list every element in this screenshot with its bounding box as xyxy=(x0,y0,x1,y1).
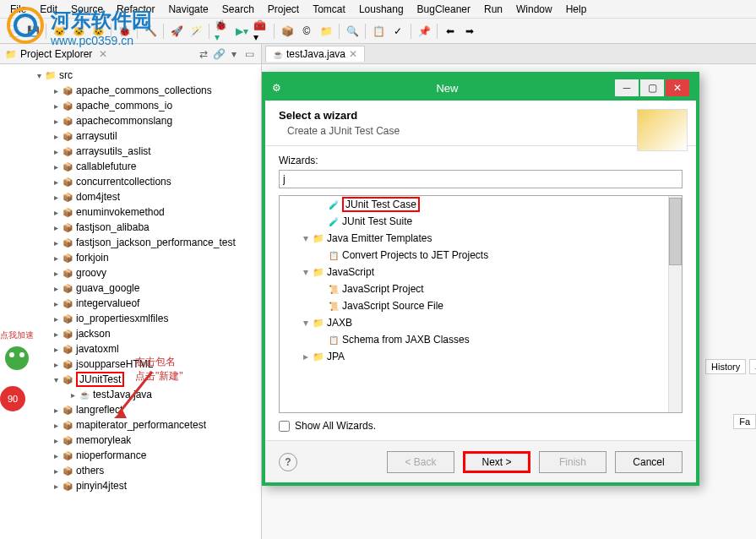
wizard-item-javascript[interactable]: ▾JavaScript xyxy=(280,264,682,280)
wand-icon[interactable]: 🪄 xyxy=(188,23,204,40)
save-icon[interactable]: 💾 xyxy=(24,23,41,40)
menu-project[interactable]: Project xyxy=(261,2,306,17)
wizard-item-jpa[interactable]: ▸JPA xyxy=(280,348,682,365)
ext-tools-icon[interactable]: 🧰▾ xyxy=(253,23,269,40)
tree-package-guava_google[interactable]: ▸guava_google xyxy=(0,280,261,296)
menu-search[interactable]: Search xyxy=(215,2,261,17)
maximize-button[interactable]: ▢ xyxy=(640,79,664,96)
forward-icon[interactable]: ➡ xyxy=(461,23,478,40)
tree-package-jsoupparseHTML[interactable]: ▸jsoupparseHTML xyxy=(0,357,261,372)
close-view-icon[interactable]: ✕ xyxy=(99,48,107,60)
new-folder-icon[interactable]: 📁 xyxy=(318,23,334,40)
tomcat-start-icon[interactable]: 🐱 xyxy=(51,23,68,40)
tree-package-memoryleak[interactable]: ▸memoryleak xyxy=(0,433,261,448)
tree-package-integervalueof[interactable]: ▸integervalueof xyxy=(0,296,261,311)
menu-loushang[interactable]: Loushang xyxy=(352,2,411,17)
tree-package-groovy[interactable]: ▸groovy xyxy=(0,265,261,280)
tree-java-file[interactable]: ▸testJava.java xyxy=(0,387,261,402)
tree-package-JUnitTest[interactable]: ▾JUnitTest xyxy=(0,372,261,387)
tree-package-mapiterator_performancetest[interactable]: ▸mapiterator_performancetest xyxy=(0,417,261,433)
tomcat-restart-icon[interactable]: 🐱 xyxy=(90,23,106,40)
minimize-icon[interactable]: ▭ xyxy=(242,47,256,61)
tree-package-forkjoin[interactable]: ▸forkjoin xyxy=(0,250,261,265)
search-icon[interactable]: 🔍 xyxy=(344,23,361,40)
collapse-all-icon[interactable]: ⇄ xyxy=(197,47,210,61)
tree-package-apache_commons_collections[interactable]: ▸apache_commons_collections xyxy=(0,83,261,98)
tomcat-stop-icon[interactable]: 🐱 xyxy=(70,23,87,40)
wizard-item-schema-from-jaxb-classes[interactable]: Schema from JAXB Classes xyxy=(280,331,682,348)
toolbar: 📄 💾 🐱 🐱 🐱 🐞 🔨 🚀 🪄 🐞▾ ▶▾ 🧰▾ 📦 © 📁 🔍 📋 ✓ 📌… xyxy=(0,19,756,44)
wizard-filter-input[interactable] xyxy=(279,170,683,188)
menu-file[interactable]: File xyxy=(3,2,33,17)
tree-package-arraysutil[interactable]: ▸arraysutil xyxy=(0,128,261,144)
menu-run[interactable]: Run xyxy=(477,2,509,17)
wizard-item-junit-test-case[interactable]: JUnit Test Case xyxy=(280,196,682,213)
dialog-title: New xyxy=(281,82,613,95)
back-icon[interactable]: ⬅ xyxy=(442,23,459,40)
debug-icon[interactable]: 🐞 xyxy=(116,23,133,40)
project-tree[interactable]: ▾src▸apache_commons_collections▸apache_c… xyxy=(0,64,261,539)
task-icon[interactable]: ✓ xyxy=(389,23,406,40)
tree-package-jackson[interactable]: ▸jackson xyxy=(0,326,261,341)
rocket-icon[interactable]: 🚀 xyxy=(168,23,185,40)
menu-source[interactable]: Source xyxy=(64,2,110,17)
tree-package-apachecommonslang[interactable]: ▸apachecommonslang xyxy=(0,113,261,128)
scrollbar[interactable] xyxy=(668,196,682,412)
wizard-tree[interactable]: JUnit Test CaseJUnit Test Suite▾Java Emi… xyxy=(279,195,683,413)
new-class-icon[interactable]: © xyxy=(298,23,315,40)
build-icon[interactable]: 🔨 xyxy=(142,23,159,40)
minimize-button[interactable]: ─ xyxy=(615,79,639,96)
right-side-tabs: History JU xyxy=(705,359,756,374)
wizard-item-jaxb[interactable]: ▾JAXB xyxy=(280,314,682,331)
editor-tab[interactable]: testJava.java ✕ xyxy=(265,46,365,62)
tree-package-dom4jtest[interactable]: ▸dom4jtest xyxy=(0,189,261,204)
tree-package-fastjson_alibaba[interactable]: ▸fastjson_alibaba xyxy=(0,220,261,235)
close-button[interactable]: ✕ xyxy=(666,79,689,96)
tree-package-fastjson_jackson_performance_test[interactable]: ▸fastjson_jackson_performance_test xyxy=(0,235,261,250)
history-tab[interactable]: History xyxy=(705,359,746,374)
menu-tomcat[interactable]: Tomcat xyxy=(306,2,352,17)
close-tab-icon[interactable]: ✕ xyxy=(349,48,357,60)
tree-package-arraysutils_aslist[interactable]: ▸arraysutils_aslist xyxy=(0,144,261,159)
tree-package-io_propertiesxmlfiles[interactable]: ▸io_propertiesxmlfiles xyxy=(0,311,261,326)
link-editor-icon[interactable]: 🔗 xyxy=(212,47,226,61)
ju-tab[interactable]: JU xyxy=(749,359,756,374)
tree-package-pinyin4jtest[interactable]: ▸pinyin4jtest xyxy=(0,478,261,493)
wizard-item-javascript-project[interactable]: JavaScript Project xyxy=(280,280,682,297)
menu-navigate[interactable]: Navigate xyxy=(161,2,215,17)
menu-edit[interactable]: Edit xyxy=(33,2,64,17)
tree-package-langreflect[interactable]: ▸langreflect xyxy=(0,402,261,417)
next-button[interactable]: Next > xyxy=(463,451,530,473)
tree-package-callablefuture[interactable]: ▸callablefuture xyxy=(0,159,261,174)
help-icon[interactable]: ? xyxy=(279,453,297,471)
show-all-wizards-checkbox[interactable]: Show All Wizards. xyxy=(279,420,683,432)
menu-help[interactable]: Help xyxy=(559,2,594,17)
view-menu-icon[interactable]: ▾ xyxy=(227,47,241,61)
dialog-titlebar[interactable]: New ─ ▢ ✕ xyxy=(265,75,696,101)
tree-src-folder[interactable]: ▾src xyxy=(0,68,261,83)
new-icon[interactable]: 📄 xyxy=(5,23,22,40)
run-icon[interactable]: ▶▾ xyxy=(233,23,250,40)
tree-package-enuminvokemethod[interactable]: ▸enuminvokemethod xyxy=(0,204,261,220)
menu-refactor[interactable]: Refactor xyxy=(110,2,161,17)
show-all-checkbox-input[interactable] xyxy=(279,421,290,432)
tree-package-others[interactable]: ▸others xyxy=(0,463,261,478)
wizard-item-junit-test-suite[interactable]: JUnit Test Suite xyxy=(280,213,682,230)
pin-icon[interactable]: 📌 xyxy=(416,23,432,40)
cancel-button[interactable]: Cancel xyxy=(615,451,683,473)
wizard-item-javascript-source-file[interactable]: JavaScript Source File xyxy=(280,297,682,314)
debug-run-icon[interactable]: 🐞▾ xyxy=(214,23,231,40)
wizard-item-convert-projects-to-jet-projects[interactable]: Convert Projects to JET Projects xyxy=(280,247,682,264)
outline-icon[interactable]: 📋 xyxy=(370,23,387,40)
menu-bugcleaner[interactable]: BugCleaner xyxy=(411,2,477,17)
wizard-item-java-emitter-templates[interactable]: ▾Java Emitter Templates xyxy=(280,230,682,247)
scrollbar-thumb[interactable] xyxy=(669,198,682,265)
tree-package-javatoxml[interactable]: ▸javatoxml xyxy=(0,341,261,357)
fa-tab[interactable]: Fa xyxy=(733,414,756,429)
tree-package-concurrentcollections[interactable]: ▸concurrentcollections xyxy=(0,174,261,189)
new-package-icon[interactable]: 📦 xyxy=(279,23,296,40)
menu-window[interactable]: Window xyxy=(509,2,559,17)
tree-package-apache_commons_io[interactable]: ▸apache_commons_io xyxy=(0,98,261,113)
tree-package-nioperformance[interactable]: ▸nioperformance xyxy=(0,448,261,463)
explorer-icon xyxy=(5,48,17,60)
